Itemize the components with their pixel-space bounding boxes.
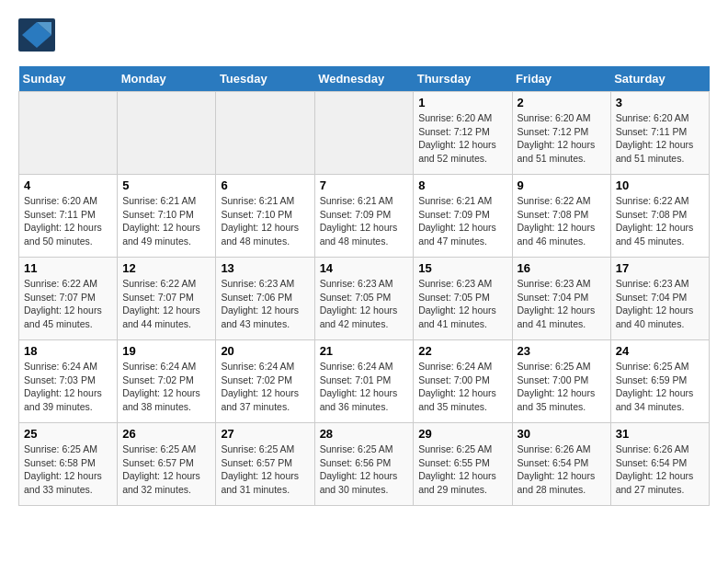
calendar-cell: 12Sunrise: 6:22 AMSunset: 7:07 PMDayligh… bbox=[118, 258, 216, 340]
day-info: Sunrise: 6:21 AMSunset: 7:09 PMDaylight:… bbox=[320, 194, 409, 248]
day-info: Sunrise: 6:20 AMSunset: 7:12 PMDaylight:… bbox=[518, 111, 606, 166]
calendar-cell: 10Sunrise: 6:22 AMSunset: 7:08 PMDayligh… bbox=[610, 175, 709, 258]
day-info: Sunrise: 6:21 AMSunset: 7:10 PMDaylight:… bbox=[122, 194, 210, 248]
day-number: 3 bbox=[616, 96, 704, 109]
day-number: 15 bbox=[418, 261, 506, 275]
calendar-day-header: Monday bbox=[118, 66, 216, 92]
day-number: 6 bbox=[221, 178, 309, 192]
day-info: Sunrise: 6:24 AMSunset: 7:02 PMDaylight:… bbox=[122, 360, 210, 414]
day-number: 24 bbox=[616, 344, 704, 358]
day-info: Sunrise: 6:25 AMSunset: 7:00 PMDaylight:… bbox=[518, 360, 606, 414]
calendar-day-header: Tuesday bbox=[216, 66, 314, 92]
calendar-cell: 5Sunrise: 6:21 AMSunset: 7:10 PMDaylight… bbox=[118, 175, 216, 258]
day-info: Sunrise: 6:24 AMSunset: 7:00 PMDaylight:… bbox=[418, 360, 506, 414]
day-info: Sunrise: 6:21 AMSunset: 7:09 PMDaylight:… bbox=[418, 194, 506, 248]
day-info: Sunrise: 6:23 AMSunset: 7:05 PMDaylight:… bbox=[320, 277, 409, 331]
calendar-cell: 6Sunrise: 6:21 AMSunset: 7:10 PMDaylight… bbox=[216, 175, 314, 258]
day-info: Sunrise: 6:21 AMSunset: 7:10 PMDaylight:… bbox=[221, 194, 309, 248]
calendar-cell: 25Sunrise: 6:25 AMSunset: 6:58 PMDayligh… bbox=[19, 423, 118, 506]
calendar-cell: 21Sunrise: 6:24 AMSunset: 7:01 PMDayligh… bbox=[314, 340, 414, 423]
day-info: Sunrise: 6:25 AMSunset: 6:57 PMDaylight:… bbox=[221, 442, 309, 497]
day-info: Sunrise: 6:26 AMSunset: 6:54 PMDaylight:… bbox=[616, 442, 704, 497]
day-number: 18 bbox=[24, 344, 112, 358]
calendar-week-row: 1Sunrise: 6:20 AMSunset: 7:12 PMDaylight… bbox=[19, 92, 710, 175]
day-info: Sunrise: 6:25 AMSunset: 6:57 PMDaylight:… bbox=[122, 442, 210, 497]
day-info: Sunrise: 6:26 AMSunset: 6:54 PMDaylight:… bbox=[518, 442, 606, 497]
logo bbox=[18, 18, 57, 52]
day-number: 28 bbox=[320, 427, 409, 441]
calendar-cell bbox=[216, 92, 314, 175]
day-info: Sunrise: 6:20 AMSunset: 7:12 PMDaylight:… bbox=[418, 111, 506, 166]
day-info: Sunrise: 6:25 AMSunset: 6:56 PMDaylight:… bbox=[320, 442, 409, 497]
calendar-body: 1Sunrise: 6:20 AMSunset: 7:12 PMDaylight… bbox=[19, 92, 710, 506]
day-number: 22 bbox=[418, 344, 506, 358]
day-number: 11 bbox=[24, 261, 112, 275]
calendar-cell: 31Sunrise: 6:26 AMSunset: 6:54 PMDayligh… bbox=[610, 423, 709, 506]
day-info: Sunrise: 6:25 AMSunset: 6:59 PMDaylight:… bbox=[616, 360, 704, 414]
day-number: 25 bbox=[24, 427, 112, 441]
calendar-cell: 26Sunrise: 6:25 AMSunset: 6:57 PMDayligh… bbox=[118, 423, 216, 506]
day-number: 30 bbox=[518, 427, 606, 441]
day-info: Sunrise: 6:22 AMSunset: 7:08 PMDaylight:… bbox=[518, 194, 606, 248]
day-number: 21 bbox=[320, 344, 409, 358]
day-number: 4 bbox=[24, 178, 112, 192]
day-number: 23 bbox=[518, 344, 606, 358]
day-info: Sunrise: 6:23 AMSunset: 7:04 PMDaylight:… bbox=[518, 277, 606, 331]
logo-icon bbox=[18, 18, 55, 52]
calendar-header-row: SundayMondayTuesdayWednesdayThursdayFrid… bbox=[19, 66, 710, 92]
calendar-cell: 1Sunrise: 6:20 AMSunset: 7:12 PMDaylight… bbox=[414, 92, 512, 175]
calendar-cell: 29Sunrise: 6:25 AMSunset: 6:55 PMDayligh… bbox=[414, 423, 512, 506]
calendar-cell: 28Sunrise: 6:25 AMSunset: 6:56 PMDayligh… bbox=[314, 423, 414, 506]
calendar-cell: 19Sunrise: 6:24 AMSunset: 7:02 PMDayligh… bbox=[118, 340, 216, 423]
calendar-cell: 3Sunrise: 6:20 AMSunset: 7:11 PMDaylight… bbox=[610, 92, 709, 175]
calendar-cell bbox=[19, 92, 118, 175]
day-number: 27 bbox=[221, 427, 309, 441]
day-info: Sunrise: 6:23 AMSunset: 7:06 PMDaylight:… bbox=[221, 277, 309, 331]
calendar-cell: 4Sunrise: 6:20 AMSunset: 7:11 PMDaylight… bbox=[19, 175, 118, 258]
day-number: 9 bbox=[518, 178, 606, 192]
calendar-day-header: Thursday bbox=[414, 66, 512, 92]
day-info: Sunrise: 6:23 AMSunset: 7:04 PMDaylight:… bbox=[616, 277, 704, 331]
day-info: Sunrise: 6:23 AMSunset: 7:05 PMDaylight:… bbox=[418, 277, 506, 331]
calendar-week-row: 25Sunrise: 6:25 AMSunset: 6:58 PMDayligh… bbox=[19, 423, 710, 506]
day-number: 20 bbox=[221, 344, 309, 358]
day-info: Sunrise: 6:25 AMSunset: 6:55 PMDaylight:… bbox=[418, 442, 506, 497]
day-info: Sunrise: 6:22 AMSunset: 7:07 PMDaylight:… bbox=[24, 277, 112, 331]
calendar-cell: 15Sunrise: 6:23 AMSunset: 7:05 PMDayligh… bbox=[414, 258, 512, 340]
calendar-table: SundayMondayTuesdayWednesdayThursdayFrid… bbox=[18, 66, 710, 506]
page-header bbox=[18, 18, 710, 52]
calendar-day-header: Wednesday bbox=[314, 66, 414, 92]
day-info: Sunrise: 6:25 AMSunset: 6:58 PMDaylight:… bbox=[24, 442, 112, 497]
day-info: Sunrise: 6:22 AMSunset: 7:08 PMDaylight:… bbox=[616, 194, 704, 248]
day-number: 17 bbox=[616, 261, 704, 275]
calendar-cell: 30Sunrise: 6:26 AMSunset: 6:54 PMDayligh… bbox=[512, 423, 610, 506]
calendar-cell: 16Sunrise: 6:23 AMSunset: 7:04 PMDayligh… bbox=[512, 258, 610, 340]
calendar-cell: 17Sunrise: 6:23 AMSunset: 7:04 PMDayligh… bbox=[610, 258, 709, 340]
calendar-day-header: Sunday bbox=[19, 66, 118, 92]
calendar-cell: 13Sunrise: 6:23 AMSunset: 7:06 PMDayligh… bbox=[216, 258, 314, 340]
calendar-cell bbox=[118, 92, 216, 175]
calendar-cell bbox=[314, 92, 414, 175]
day-info: Sunrise: 6:24 AMSunset: 7:01 PMDaylight:… bbox=[320, 360, 409, 414]
day-number: 2 bbox=[518, 96, 606, 109]
calendar-cell: 7Sunrise: 6:21 AMSunset: 7:09 PMDaylight… bbox=[314, 175, 414, 258]
calendar-cell: 27Sunrise: 6:25 AMSunset: 6:57 PMDayligh… bbox=[216, 423, 314, 506]
day-number: 14 bbox=[320, 261, 409, 275]
day-info: Sunrise: 6:22 AMSunset: 7:07 PMDaylight:… bbox=[122, 277, 210, 331]
calendar-day-header: Friday bbox=[512, 66, 610, 92]
calendar-week-row: 18Sunrise: 6:24 AMSunset: 7:03 PMDayligh… bbox=[19, 340, 710, 423]
calendar-cell: 14Sunrise: 6:23 AMSunset: 7:05 PMDayligh… bbox=[314, 258, 414, 340]
calendar-cell: 18Sunrise: 6:24 AMSunset: 7:03 PMDayligh… bbox=[19, 340, 118, 423]
day-info: Sunrise: 6:20 AMSunset: 7:11 PMDaylight:… bbox=[24, 194, 112, 248]
calendar-week-row: 11Sunrise: 6:22 AMSunset: 7:07 PMDayligh… bbox=[19, 258, 710, 340]
calendar-week-row: 4Sunrise: 6:20 AMSunset: 7:11 PMDaylight… bbox=[19, 175, 710, 258]
day-info: Sunrise: 6:24 AMSunset: 7:02 PMDaylight:… bbox=[221, 360, 309, 414]
day-number: 13 bbox=[221, 261, 309, 275]
calendar-cell: 22Sunrise: 6:24 AMSunset: 7:00 PMDayligh… bbox=[414, 340, 512, 423]
day-number: 7 bbox=[320, 178, 409, 192]
calendar-day-header: Saturday bbox=[610, 66, 709, 92]
calendar-cell: 23Sunrise: 6:25 AMSunset: 7:00 PMDayligh… bbox=[512, 340, 610, 423]
calendar-cell: 9Sunrise: 6:22 AMSunset: 7:08 PMDaylight… bbox=[512, 175, 610, 258]
day-number: 8 bbox=[418, 178, 506, 192]
day-number: 26 bbox=[122, 427, 210, 441]
